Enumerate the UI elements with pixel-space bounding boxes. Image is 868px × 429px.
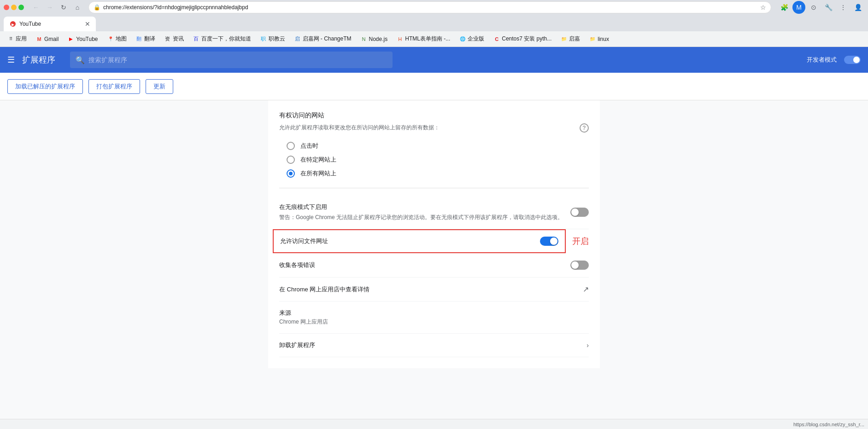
ext-toolbar: 加载已解压的扩展程序 打包扩展程序 更新 bbox=[0, 73, 868, 100]
bookmark-qijia2[interactable]: 📁 启嘉 bbox=[557, 34, 584, 44]
bookmark-html-label: HTML表单指南 -... bbox=[405, 35, 450, 43]
bookmark-qijia2-label: 启嘉 bbox=[569, 35, 580, 43]
sites-section: 有权访问的网站 允许此扩展程序读取和更改您在所访问的网站上留存的所有数据： ? … bbox=[279, 111, 589, 180]
address-bar[interactable]: 🔒 chrome://extensions/?id=nhdogjmejiglip… bbox=[88, 1, 771, 13]
extensions-button[interactable]: 🧩 bbox=[778, 1, 791, 14]
linux-favicon: 📁 bbox=[589, 36, 596, 42]
bookmark-news[interactable]: 资 资讯 bbox=[161, 34, 188, 44]
bookmark-apps[interactable]: ⠿ 应用 bbox=[4, 34, 30, 44]
browser-actions: 🧩 M ⊙ 🔧 ⋮ 👤 bbox=[778, 1, 864, 14]
active-tab[interactable]: ▶ YouTube ✕ bbox=[4, 17, 96, 31]
collect-errors-toggle-knob bbox=[571, 261, 579, 269]
reload-button[interactable]: ↻ bbox=[57, 1, 70, 14]
load-unpacked-button[interactable]: 加载已解压的扩展程序 bbox=[7, 79, 83, 94]
html-favicon: H bbox=[397, 36, 403, 42]
tab-favicon: ▶ bbox=[9, 20, 17, 28]
user-avatar-button[interactable]: 👤 bbox=[851, 1, 864, 14]
folder-favicon: 📁 bbox=[561, 36, 567, 42]
radio-dot-all-sites bbox=[289, 172, 293, 175]
bookmark-baidu[interactable]: 百 百度一下，你就知道 bbox=[189, 34, 255, 44]
radio-all-sites[interactable]: 在所有网站上 bbox=[279, 167, 589, 180]
news-favicon: 资 bbox=[164, 36, 171, 42]
home-button[interactable]: ⌂ bbox=[71, 1, 84, 14]
bookmark-translate[interactable]: 翻 翻译 bbox=[132, 34, 159, 44]
bookmark-maps[interactable]: 📍 地图 bbox=[104, 34, 130, 44]
bookmark-youtube[interactable]: ▶ YouTube bbox=[64, 35, 101, 44]
address-text: chrome://extensions/?id=nhdogjmejiglipcc… bbox=[103, 4, 757, 11]
minimize-button[interactable] bbox=[11, 5, 17, 10]
title-bar: ← → ↻ ⌂ 🔒 chrome://extensions/?id=nhdogj… bbox=[0, 0, 868, 15]
radio-specific-sites[interactable]: 在特定网站上 bbox=[279, 153, 589, 167]
nav-controls: ← → ↻ ⌂ bbox=[29, 1, 84, 14]
status-bar: https://blog.csdn.net/zy_ssh_r... bbox=[0, 419, 868, 429]
incognito-toggle[interactable] bbox=[570, 208, 589, 217]
bookmark-gmail[interactable]: M Gmail bbox=[32, 35, 62, 44]
ext-body: 有权访问的网站 允许此扩展程序读取和更改您在所访问的网站上留存的所有数据： ? … bbox=[0, 100, 868, 419]
centos-favicon: C bbox=[493, 36, 500, 42]
bookmark-nodejs-label: Node.js bbox=[369, 36, 388, 42]
zhijiao-favicon: 职 bbox=[260, 36, 267, 42]
pack-extension-button[interactable]: 打包扩展程序 bbox=[88, 79, 140, 94]
uninstall-row[interactable]: 卸载扩展程序 › bbox=[279, 334, 589, 357]
extensions-page: ☰ 扩展程序 🔍 开发者模式 加载已解压的扩展程序 打包扩展程序 更新 bbox=[0, 47, 868, 429]
chrome-store-row[interactable]: 在 Chrome 网上应用店中查看详情 ↗ bbox=[279, 278, 589, 301]
more-menu-button[interactable]: ⋮ bbox=[837, 1, 850, 14]
browser-window: ← → ↻ ⌂ 🔒 chrome://extensions/?id=nhdogj… bbox=[0, 0, 868, 429]
bookmark-star-icon[interactable]: ☆ bbox=[760, 4, 766, 11]
radio-circle-specific-sites bbox=[287, 156, 295, 164]
help-icon[interactable]: ? bbox=[580, 123, 589, 133]
close-button[interactable] bbox=[4, 5, 9, 10]
search-icon: 🔍 bbox=[76, 56, 85, 64]
sites-section-desc: 允许此扩展程序读取和更改您在所访问的网站上留存的所有数据： bbox=[279, 123, 580, 132]
source-info: 来源 Chrome 网上应用店 bbox=[279, 309, 328, 326]
ext-header: ☰ 扩展程序 🔍 开发者模式 bbox=[0, 47, 868, 73]
bookmark-linux[interactable]: 📁 linux bbox=[586, 35, 613, 44]
google-account-button[interactable]: ⊙ bbox=[807, 1, 820, 14]
search-input[interactable] bbox=[88, 56, 387, 64]
tab-close-icon[interactable]: ✕ bbox=[85, 20, 90, 28]
sites-section-title: 有权访问的网站 bbox=[279, 111, 589, 120]
radio-circle-on-click bbox=[287, 142, 295, 150]
tab-title: YouTube bbox=[19, 21, 82, 27]
source-value: Chrome 网上应用店 bbox=[279, 318, 328, 326]
bookmark-enterprise[interactable]: 🌐 企业版 bbox=[456, 34, 488, 44]
bookmark-qijia[interactable]: 启 启嘉网 - ChangeTM bbox=[291, 34, 355, 44]
external-link-icon: ↗ bbox=[583, 285, 589, 294]
maximize-button[interactable] bbox=[18, 5, 24, 10]
bookmark-zhijiao-label: 职教云 bbox=[269, 35, 285, 43]
status-url: https://blog.csdn.net/zy_ssh_r... bbox=[793, 422, 864, 427]
chrome-store-label: 在 Chrome 网上应用店中查看详情 bbox=[279, 285, 369, 294]
settings-panel: 有权访问的网站 允许此扩展程序读取和更改您在所访问的网站上留存的所有数据： ? … bbox=[268, 100, 600, 368]
file-url-row: 允许访问文件网址 bbox=[273, 229, 566, 253]
bookmark-centos-label: Centos7 安装 pyth... bbox=[502, 35, 551, 43]
maps-favicon: 📍 bbox=[107, 36, 114, 42]
collect-errors-toggle[interactable] bbox=[570, 261, 589, 270]
divider-1 bbox=[279, 188, 589, 188]
bookmark-zhijiao[interactable]: 职 职教云 bbox=[257, 34, 289, 44]
bookmark-apps-label: 应用 bbox=[16, 35, 27, 43]
bookmark-html[interactable]: H HTML表单指南 -... bbox=[393, 34, 454, 44]
profile-m-button[interactable]: M bbox=[792, 1, 805, 14]
radio-label-on-click: 点击时 bbox=[300, 142, 318, 150]
bookmark-nodejs[interactable]: N Node.js bbox=[357, 35, 392, 44]
uninstall-label: 卸载扩展程序 bbox=[279, 341, 315, 349]
radio-on-click[interactable]: 点击时 bbox=[279, 139, 589, 153]
extensions-icon-button[interactable]: 🔧 bbox=[822, 1, 835, 14]
bookmark-centos[interactable]: C Centos7 安装 pyth... bbox=[490, 34, 555, 44]
collect-errors-label: 收集各项错误 bbox=[279, 261, 315, 269]
update-button[interactable]: 更新 bbox=[146, 79, 173, 94]
svg-text:▶: ▶ bbox=[12, 23, 15, 27]
translate-favicon: 翻 bbox=[136, 36, 142, 42]
sidebar-menu-button[interactable]: ☰ bbox=[7, 55, 15, 65]
bookmark-baidu-label: 百度一下，你就知道 bbox=[201, 35, 251, 43]
incognito-desc: 警告：Google Chrome 无法阻止扩展程序记录您的浏览活动。要在无痕模式… bbox=[279, 213, 563, 221]
gmail-favicon: M bbox=[36, 36, 42, 42]
ext-content: 有权访问的网站 允许此扩展程序读取和更改您在所访问的网站上留存的所有数据： ? … bbox=[0, 100, 868, 419]
source-row: 来源 Chrome 网上应用店 bbox=[279, 301, 589, 334]
forward-button[interactable]: → bbox=[43, 1, 56, 14]
chevron-right-icon: › bbox=[586, 342, 589, 349]
back-button[interactable]: ← bbox=[29, 1, 42, 14]
bookmarks-bar: ⠿ 应用 M Gmail ▶ YouTube 📍 地图 翻 翻译 资 资讯 百 … bbox=[0, 31, 868, 47]
dev-mode-toggle[interactable] bbox=[844, 56, 861, 64]
file-url-toggle[interactable] bbox=[540, 237, 558, 246]
